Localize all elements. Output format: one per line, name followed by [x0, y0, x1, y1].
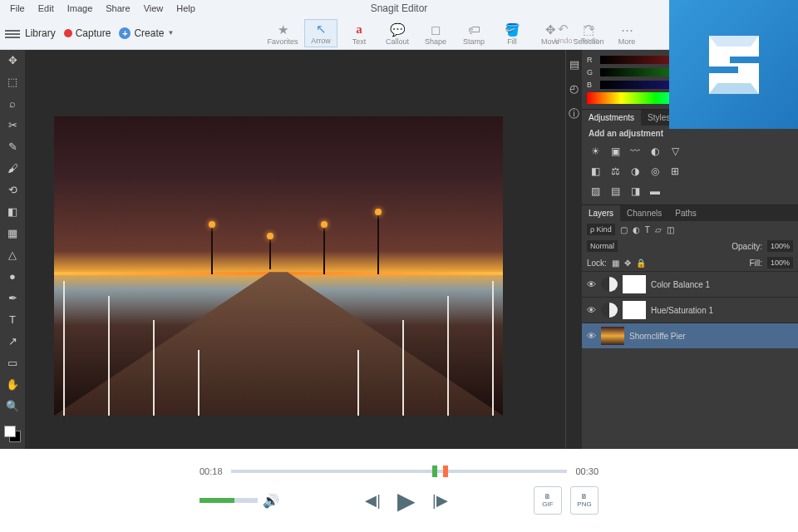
blur-tool-icon[interactable]: △	[6, 248, 19, 261]
fill-value[interactable]: 100%	[767, 257, 793, 268]
tab-channels[interactable]: Channels	[620, 205, 668, 221]
layer-filter-kind[interactable]: ρ Kind	[587, 224, 615, 235]
eyedropper-tool-icon[interactable]: ✎	[6, 140, 19, 153]
speaker-icon[interactable]: 🔊	[263, 493, 279, 509]
lock-label: Lock:	[587, 259, 607, 268]
crop-tool-icon[interactable]: ✂	[6, 118, 19, 131]
move-tool-icon[interactable]: ✥	[6, 53, 19, 66]
tool-callout[interactable]: 💬Callout	[381, 21, 414, 47]
play-button[interactable]: ▶	[397, 487, 416, 515]
tab-layers[interactable]: Layers	[582, 205, 620, 221]
marker-end[interactable]	[443, 466, 448, 477]
opacity-value[interactable]: 100%	[767, 240, 793, 252]
exposure-icon[interactable]: ◐	[648, 145, 662, 158]
total-time: 00:30	[575, 466, 598, 476]
gradient-map-icon[interactable]: ▬	[648, 185, 662, 198]
capture-button[interactable]: Capture	[64, 27, 111, 39]
clone-tool-icon[interactable]: ⟲	[6, 183, 19, 196]
volume-slider[interactable]	[200, 498, 258, 503]
threshold-icon[interactable]: ◨	[628, 185, 642, 198]
menu-edit[interactable]: Edit	[32, 2, 61, 15]
visibility-icon[interactable]: 👁	[587, 331, 596, 341]
menu-file[interactable]: File	[3, 2, 32, 15]
export-png-button[interactable]: 🗎PNG	[570, 486, 598, 515]
layers-panel: Layers Channels Paths ρ Kind ▢◐T▱◫ Norma…	[582, 204, 798, 348]
menu-icon[interactable]	[5, 28, 20, 38]
filter-smart-icon[interactable]: ◫	[667, 225, 674, 234]
tool-fill[interactable]: 🪣Fill	[495, 21, 529, 47]
blend-mode-select[interactable]: Normal	[587, 240, 618, 252]
menu-help[interactable]: Help	[170, 2, 202, 15]
text-tool-icon[interactable]: T	[6, 313, 19, 326]
layer-shorncliffe-pier[interactable]: 👁 Shorncliffe Pier	[582, 323, 798, 348]
visibility-icon[interactable]: 👁	[587, 279, 596, 289]
marker-start[interactable]	[432, 466, 437, 477]
tool-favorites[interactable]: ★Favorites	[266, 21, 299, 47]
lock-position-icon[interactable]: ✥	[624, 259, 631, 268]
tool-arrow[interactable]: ↖Arrow	[304, 19, 337, 47]
tab-adjustments[interactable]: Adjustments	[582, 110, 641, 126]
levels-icon[interactable]: ▣	[608, 145, 622, 158]
filter-shape-icon[interactable]: ▱	[655, 225, 662, 234]
create-button[interactable]: +Create▼	[119, 27, 174, 39]
bw-icon[interactable]: ◑	[628, 165, 642, 178]
fill-label: Fill:	[749, 259, 762, 268]
visibility-icon[interactable]: 👁	[587, 305, 596, 315]
lock-pixels-icon[interactable]: ▦	[612, 259, 619, 268]
gradient-tool-icon[interactable]: ▦	[6, 226, 19, 239]
tool-text[interactable]: aText	[342, 21, 376, 47]
export-gif-button[interactable]: 🗎GIF	[534, 486, 562, 515]
dodge-tool-icon[interactable]: ●	[6, 269, 19, 283]
canvas[interactable]	[25, 50, 565, 449]
filter-text-icon[interactable]: T	[645, 225, 650, 234]
marquee-tool-icon[interactable]: ⬚	[6, 75, 19, 88]
tab-paths[interactable]: Paths	[668, 205, 703, 221]
menu-image[interactable]: Image	[61, 2, 100, 15]
invert-icon[interactable]: ▨	[589, 185, 602, 198]
photo-filter-icon[interactable]: ◎	[648, 165, 662, 178]
pen-tool-icon[interactable]: ✒	[6, 291, 19, 304]
curves-icon[interactable]: 〰	[628, 145, 642, 158]
shape-tool-icon[interactable]: ▭	[6, 356, 19, 369]
brightness-icon[interactable]: ☀	[589, 145, 602, 158]
posterize-icon[interactable]: ▤	[608, 185, 622, 198]
vibrance-icon[interactable]: ▽	[668, 145, 682, 158]
layer-mask-thumb	[623, 275, 646, 293]
tool-more[interactable]: ⋯More	[610, 21, 643, 47]
step-forward-button[interactable]: |▶	[432, 491, 448, 510]
brush-tool-icon[interactable]: 🖌	[6, 161, 19, 175]
layer-hue-saturation[interactable]: 👁 Hue/Saturation 1	[582, 297, 798, 323]
hand-tool-icon[interactable]: ✋	[6, 377, 19, 391]
path-tool-icon[interactable]: ↗	[6, 334, 19, 347]
undo-icon: ↶	[554, 22, 573, 37]
zoom-tool-icon[interactable]: 🔍	[6, 399, 19, 412]
channel-g-label: G	[587, 68, 597, 76]
tool-shape[interactable]: ◻Shape	[419, 21, 452, 47]
menu-view[interactable]: View	[137, 2, 170, 15]
adjustment-layer-icon	[601, 303, 618, 318]
color-swatches[interactable]	[4, 426, 21, 442]
swatches-icon[interactable]: ◴	[569, 82, 579, 95]
text-icon: a	[342, 22, 376, 37]
eraser-tool-icon[interactable]: ◧	[6, 204, 19, 218]
layer-color-balance[interactable]: 👁 Color Balance 1	[582, 271, 798, 297]
channel-mixer-icon[interactable]: ⊞	[668, 165, 682, 178]
hue-icon[interactable]: ◧	[589, 165, 602, 178]
tool-stamp[interactable]: 🏷Stamp	[457, 21, 490, 47]
arrow-icon: ↖	[305, 22, 337, 37]
info-icon[interactable]: ⓘ	[569, 106, 579, 121]
balance-icon[interactable]: ⚖	[608, 165, 622, 178]
filter-adj-icon[interactable]: ◐	[633, 225, 640, 234]
step-back-button[interactable]: ◀|	[365, 491, 381, 510]
timeline-track[interactable]	[231, 470, 568, 473]
redo-button[interactable]: ↷Redo	[580, 22, 598, 45]
lock-all-icon[interactable]: 🔒	[636, 259, 646, 268]
filter-pixel-icon[interactable]: ▢	[620, 225, 628, 234]
histogram-icon[interactable]: ▤	[569, 58, 579, 71]
lasso-tool-icon[interactable]: ⌕	[6, 96, 19, 110]
undo-button[interactable]: ↶Undo	[554, 22, 573, 45]
menu-share[interactable]: Share	[99, 2, 136, 15]
panel-dock: ▤ ◴ ⓘ	[565, 50, 582, 449]
library-button[interactable]: Library	[25, 27, 56, 39]
layer-name: Shorncliffe Pier	[629, 332, 686, 341]
